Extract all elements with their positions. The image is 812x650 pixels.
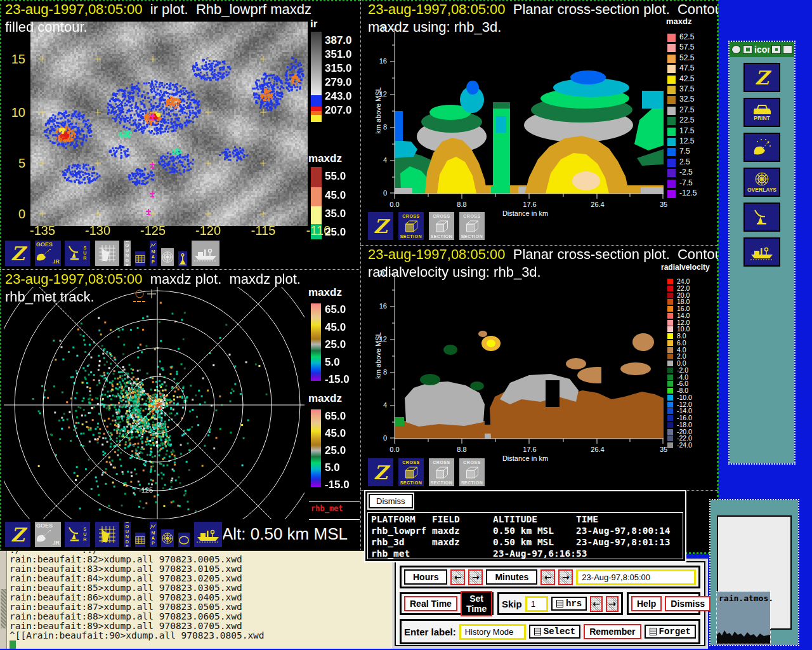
colorbar-value: 47.5 xyxy=(679,63,694,72)
colorbar-swatch xyxy=(667,375,673,380)
terminal-scrollbar[interactable] xyxy=(0,551,7,649)
window-iconify-button[interactable] xyxy=(771,45,781,54)
antenna-tool-button[interactable] xyxy=(743,202,780,232)
cross-section-cube-icon: CROSSSECTION xyxy=(461,213,483,239)
hours-button[interactable]: Hours xyxy=(404,569,447,585)
icon-window: icon ZPRINTOVERLAYS xyxy=(730,42,794,463)
zeb-menu-button[interactable]: Z xyxy=(367,457,395,488)
xs1-title-line2: maxdz using: rhb_3d. xyxy=(368,19,501,36)
colorbar-entry: 8.0 xyxy=(667,333,716,340)
cross-section-plot-maxdz[interactable] xyxy=(388,29,665,200)
colorbar-entry: 16.0 xyxy=(667,305,716,312)
ir-segment xyxy=(311,115,322,122)
bounds-icon: B O U N D S xyxy=(126,239,129,267)
ppi-panel-title: 23-aug-1997,08:05:00 maxdz plot. maxdz p… xyxy=(5,271,301,288)
radar-ppi-display[interactable] xyxy=(4,287,304,519)
satellite-image[interactable] xyxy=(30,22,308,226)
window-menu-circle-button[interactable] xyxy=(731,45,741,54)
hrs-units-button[interactable]: hrs xyxy=(551,597,587,611)
grid-radar-overlay-button[interactable] xyxy=(94,239,121,267)
colorbar-swatch xyxy=(667,138,676,146)
grid-radar-overlay-button[interactable] xyxy=(94,521,121,548)
window-resize-button[interactable] xyxy=(783,45,792,54)
remember-button[interactable]: Remember xyxy=(584,624,641,639)
ppi-colorbar2-label: maxdz xyxy=(308,392,342,405)
hours-forward-button[interactable]: → xyxy=(468,569,483,585)
colorbar-entry: 47.5 xyxy=(667,64,716,74)
goes-ir-overlay-button[interactable]: GOES.IR xyxy=(34,521,62,548)
map-overlay-button[interactable]: M A P xyxy=(148,521,158,548)
arrow-right-icon: → xyxy=(562,572,570,582)
buoy-overlay-button[interactable] xyxy=(177,250,188,267)
satellite-dish-icon xyxy=(752,138,772,157)
cross-section-plot-velocity[interactable] xyxy=(388,274,665,445)
colorbar-entry: 22.5 xyxy=(667,116,716,126)
print-tool-button[interactable]: PRINT xyxy=(743,98,780,127)
minutes-forward-button[interactable]: → xyxy=(558,569,573,585)
cross-section-cube-icon: CROSSSECTION xyxy=(400,460,422,486)
polar-grid-overlay-button[interactable] xyxy=(160,247,175,267)
cross-section-2-button[interactable]: CROSSSECTION xyxy=(428,211,455,241)
forget-button[interactable]: Forget xyxy=(645,625,696,639)
ir-segment xyxy=(311,95,322,107)
bounds-overlay-button[interactable]: B O U N D S xyxy=(122,521,132,548)
skip-label: Skip xyxy=(502,599,522,609)
colorbar-swatch xyxy=(667,320,673,326)
dish-tool-button[interactable] xyxy=(743,133,780,162)
altitude-readout: Alt: 0.50 km MSL xyxy=(222,524,348,544)
colorbar-entry: 12.5 xyxy=(667,137,716,147)
dismiss-button[interactable]: Dismiss xyxy=(665,596,710,611)
zeb-menu-button[interactable]: Z xyxy=(4,521,32,548)
time-step-row: Hours ← → Minutes ← → 23-Aug-97,8:05:00 xyxy=(400,566,700,588)
set-time-button[interactable]: Set Time xyxy=(461,591,492,616)
ship-track-overlay-button[interactable] xyxy=(190,239,221,267)
label-input[interactable]: History Mode xyxy=(459,624,526,640)
ppi-colorbar-tick: 25.0 xyxy=(325,444,346,457)
sur-radar-overlay-button[interactable]: S U R xyxy=(63,239,91,267)
dismiss-button[interactable]: Dismiss xyxy=(369,494,413,508)
cross-section-1-button[interactable]: CROSSSECTION xyxy=(397,457,425,488)
window-menu-button[interactable] xyxy=(743,45,752,54)
colorbar-value: 42.5 xyxy=(679,74,694,83)
real-time-button[interactable]: Real Time xyxy=(404,596,457,611)
select-button[interactable]: Select xyxy=(529,625,580,639)
cross-section-2-button[interactable]: CROSSSECTION xyxy=(428,457,455,488)
ship-icon xyxy=(193,246,218,262)
range-ring-overlay-button[interactable] xyxy=(177,531,191,548)
cross-section-3-button[interactable]: CROSSSECTION xyxy=(458,211,486,241)
x-tick-label: 26.4 xyxy=(584,446,612,453)
scrollbar-thumb[interactable] xyxy=(1,589,6,628)
ship-track-overlay-button[interactable] xyxy=(193,521,223,548)
polar-grid-overlay-button[interactable] xyxy=(160,528,175,548)
z-tool-button[interactable]: Z xyxy=(743,63,780,92)
bounds-overlay-button[interactable]: B O U N D S xyxy=(122,239,132,267)
terminal-window[interactable]: ./ ../ rain:beaufait:82>xdump.all 970823… xyxy=(0,550,392,649)
colorbar-swatch xyxy=(667,354,673,359)
colorbar-swatch xyxy=(667,159,676,167)
colorbar-swatch xyxy=(667,96,676,104)
help-button[interactable]: Help xyxy=(631,596,662,611)
goes-ir-overlay-button[interactable]: GOES.IR xyxy=(34,239,62,267)
skip-back-button[interactable]: ← xyxy=(590,596,603,612)
colorbar-entry: 22.0 xyxy=(667,285,716,292)
grid-overlay-button[interactable] xyxy=(134,531,147,548)
hours-back-button[interactable]: ← xyxy=(450,569,465,585)
rain-atmos-icon-window[interactable]: rain.atmos. xyxy=(717,592,770,644)
skip-forward-button[interactable]: → xyxy=(606,596,619,612)
zeb-menu-button[interactable]: Z xyxy=(367,211,395,241)
map-overlay-button[interactable]: M A P xyxy=(148,239,158,267)
skip-input[interactable]: 1 xyxy=(525,596,548,612)
ship-tool-button[interactable] xyxy=(743,237,780,267)
cross-section-3-button[interactable]: CROSSSECTION xyxy=(458,457,486,488)
zeb-graphics-window: 23-aug-1997,08:05:00 ir plot. Rhb_lowprf… xyxy=(0,0,718,554)
overlays-tool-button[interactable]: OVERLAYS xyxy=(743,168,780,197)
colorbar-swatch xyxy=(667,442,673,448)
ir-colorbar-tick: 351.0 xyxy=(325,48,352,61)
minutes-button[interactable]: Minutes xyxy=(486,569,537,585)
zeb-menu-button[interactable]: Z xyxy=(4,239,32,267)
cross-section-1-button[interactable]: CROSSSECTION xyxy=(397,211,425,241)
sur-radar-overlay-button[interactable]: S U R xyxy=(63,521,91,548)
minutes-back-button[interactable]: ← xyxy=(540,569,555,585)
grid-overlay-button[interactable] xyxy=(134,250,147,267)
time-input[interactable]: 23-Aug-97,8:05:00 xyxy=(576,569,696,585)
